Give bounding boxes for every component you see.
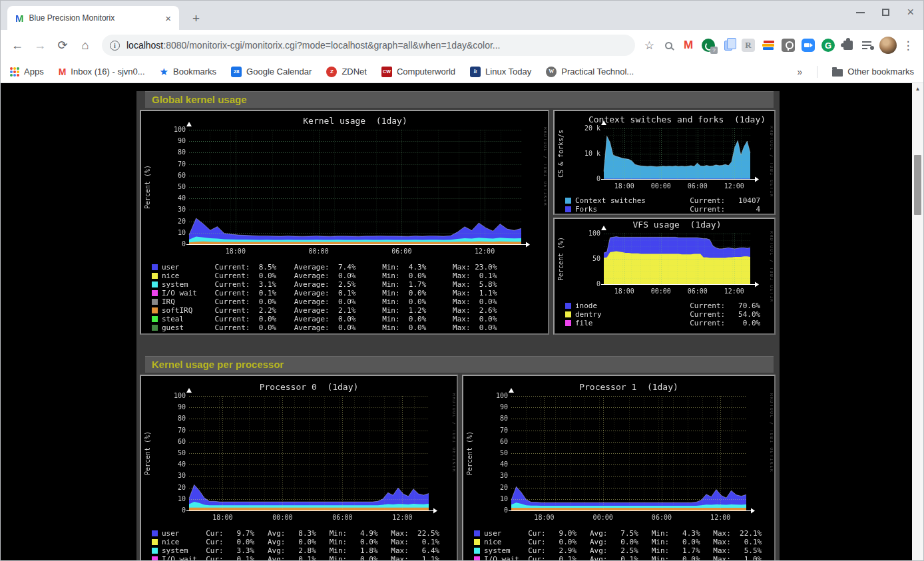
bookmark-label: Computerworld xyxy=(397,67,455,77)
bookmark-label: Other bookmarks xyxy=(847,67,914,77)
legend-row: IRQ Current: 0.0% Average: 0.0% Min: 0.0… xyxy=(152,297,547,306)
legend-text: softIRQ Current: 2.2% Average: 2.1% Min:… xyxy=(162,306,497,315)
legend-text: nice Cur: 0.0% Avg: 0.0% Min: 0.0% Max: … xyxy=(484,538,762,546)
bookmark-practical-technology[interactable]: W Practical Technol... xyxy=(546,67,634,77)
legend-row: steal Current: 0.0% Average: 0.0% Min: 0… xyxy=(152,315,547,323)
legend-swatch xyxy=(474,539,480,545)
window-close-icon[interactable]: × xyxy=(907,9,914,16)
books-icon[interactable] xyxy=(760,37,777,54)
extensions-puzzle-icon[interactable] xyxy=(839,37,857,54)
site-info-icon[interactable]: i xyxy=(110,41,120,51)
legend-row: inode Current: 70.6% xyxy=(565,301,773,310)
reader-icon[interactable]: R xyxy=(740,37,757,54)
page-scrollbar[interactable]: ▲ xyxy=(912,83,923,560)
search-icon[interactable] xyxy=(660,37,677,54)
section-title-global-kernel: Global kernel usage xyxy=(145,91,774,108)
playlist-icon[interactable] xyxy=(859,37,877,54)
bookmark-google-calendar[interactable]: 28 Google Calendar xyxy=(231,67,312,77)
other-bookmarks[interactable]: Other bookmarks xyxy=(832,67,914,77)
processor0-graph[interactable]: user Cur: 9.7% Avg: 8.3% Min: 4.9% Max: … xyxy=(140,375,458,560)
legend-text: guest Current: 0.0% Average: 0.0% Min: 0… xyxy=(162,323,497,332)
legend-text: I/O wait Cur: 0.1% Avg: 0.1% Min: 0.0% M… xyxy=(162,555,439,560)
legend-row: softIRQ Current: 2.2% Average: 2.1% Min:… xyxy=(152,306,547,315)
legend-text: user Current: 8.5% Average: 7.4% Min: 4.… xyxy=(162,263,497,272)
legend-text: steal Current: 0.0% Average: 0.0% Min: 0… xyxy=(162,315,497,323)
gmail-icon[interactable]: M xyxy=(680,37,697,54)
home-button[interactable]: ⌂ xyxy=(75,35,95,55)
page-viewport: Global kernel usage user Current: 8.5% A… xyxy=(1,83,923,560)
bookmark-star-icon[interactable]: ☆ xyxy=(642,39,657,53)
camera-glyph xyxy=(802,39,815,52)
menu-dots-icon[interactable]: ⋮ xyxy=(899,37,917,54)
browser-tab[interactable]: M Blue Precision Monitorix × xyxy=(7,6,179,30)
legend-text: dentry Current: 54.0% xyxy=(575,310,760,319)
legend-text: I/O wait Cur: 0.1% Avg: 0.1% Min: 0.0% M… xyxy=(484,555,762,560)
bookmark-label: Google Calendar xyxy=(246,67,312,77)
legend-swatch xyxy=(152,290,158,296)
scrollbar-up-icon[interactable]: ▲ xyxy=(912,83,923,94)
back-button[interactable]: ← xyxy=(7,35,27,55)
maximize-icon[interactable] xyxy=(882,9,889,16)
address-bar[interactable]: i localhost:8080/monitorix-cgi/monitorix… xyxy=(102,35,635,56)
bookmark-bookmarks[interactable]: ★ Bookmarks xyxy=(160,66,216,78)
copy-pages-icon[interactable] xyxy=(720,37,737,54)
puzzle-glyph xyxy=(843,41,853,50)
legend-swatch xyxy=(152,548,158,554)
zdnet-icon: Z xyxy=(326,67,337,77)
vfs-usage-canvas[interactable] xyxy=(556,220,773,301)
legend-row: Forks Current: 4 xyxy=(565,205,773,214)
vfs-usage-legend: inode Current: 70.6%dentry Current: 54.0… xyxy=(556,301,773,327)
minimize-icon[interactable] xyxy=(856,12,865,13)
legend-text: Forks Current: 4 xyxy=(575,205,760,214)
forward-button[interactable]: → xyxy=(30,35,50,55)
legend-row: I/O wait Cur: 0.1% Avg: 0.1% Min: 0.0% M… xyxy=(152,555,455,560)
context-switches-canvas[interactable] xyxy=(556,112,773,196)
legend-swatch xyxy=(474,530,480,536)
gmail-icon: M xyxy=(59,67,67,77)
bookmarks-bar: Apps M Inbox (16) - sjvn0... ★ Bookmarks… xyxy=(1,61,923,83)
legend-swatch xyxy=(152,281,158,287)
bookmark-zdnet[interactable]: Z ZDNet xyxy=(326,67,367,77)
bookmarks-overflow-chevron[interactable]: » xyxy=(798,67,803,77)
kernel-usage-graph[interactable]: user Current: 8.5% Average: 7.4% Min: 4.… xyxy=(140,110,549,335)
video-camera-icon[interactable] xyxy=(800,37,817,54)
hangouts-icon[interactable] xyxy=(700,37,717,54)
bookmark-apps[interactable]: Apps xyxy=(10,67,44,77)
kernel-usage-canvas[interactable] xyxy=(142,112,547,263)
legend-row: guest Current: 0.0% Average: 0.0% Min: 0… xyxy=(152,323,547,332)
playlist-glyph xyxy=(862,40,874,51)
context-switches-graph[interactable]: Context switches Current: 10407Forks Cur… xyxy=(553,110,776,215)
legend-text: I/O wait Current: 0.1% Average: 0.1% Min… xyxy=(162,289,497,297)
browser-toolbar: ← → ⟳ ⌂ i localhost:8080/monitorix-cgi/m… xyxy=(1,30,923,61)
vfs-usage-graph[interactable]: inode Current: 70.6%dentry Current: 54.0… xyxy=(553,218,776,335)
legend-swatch xyxy=(565,198,571,204)
linux-today-icon: lt xyxy=(470,67,481,77)
legend-swatch xyxy=(565,303,571,309)
processor1-canvas[interactable] xyxy=(465,377,773,529)
section-title-kernel-per-processor: Kernel usage per processor xyxy=(145,356,774,373)
bookmark-linux-today[interactable]: lt Linux Today xyxy=(470,67,531,77)
legend-text: system Cur: 3.3% Avg: 2.8% Min: 1.8% Max… xyxy=(162,546,439,555)
tab-close-icon[interactable]: × xyxy=(162,13,174,24)
processors-row: user Cur: 9.7% Avg: 8.3% Min: 4.9% Max: … xyxy=(140,375,780,560)
profile-avatar[interactable] xyxy=(879,37,897,54)
grammarly-icon[interactable]: G xyxy=(819,37,837,54)
scrollbar-thumb[interactable] xyxy=(914,155,921,215)
reload-button[interactable]: ⟳ xyxy=(53,35,73,55)
bookmark-inbox[interactable]: M Inbox (16) - sjvn0... xyxy=(59,67,145,77)
legend-text: file Current: 0.0% xyxy=(575,319,760,327)
legend-text: user Cur: 9.7% Avg: 8.3% Min: 4.9% Max: … xyxy=(162,529,439,538)
legend-text: system Cur: 2.9% Avg: 2.5% Min: 1.7% Max… xyxy=(484,546,762,555)
legend-text: user Cur: 9.0% Avg: 7.5% Min: 4.3% Max: … xyxy=(484,529,762,538)
computerworld-icon: CW xyxy=(381,67,392,77)
new-tab-button[interactable]: + xyxy=(187,11,205,26)
assistant-icon[interactable] xyxy=(780,37,797,54)
processor0-canvas[interactable] xyxy=(142,377,455,529)
processor1-graph[interactable]: user Cur: 9.0% Avg: 7.5% Min: 4.3% Max: … xyxy=(462,375,776,560)
url-text[interactable]: localhost:8080/monitorix-cgi/monitorix.c… xyxy=(126,40,501,51)
url-host: localhost xyxy=(126,40,163,51)
lamp-glyph xyxy=(782,39,795,52)
bookmark-computerworld[interactable]: CW Computerworld xyxy=(381,67,455,77)
bookmarks-divider xyxy=(817,66,817,78)
bookmark-label: Bookmarks xyxy=(173,67,216,77)
